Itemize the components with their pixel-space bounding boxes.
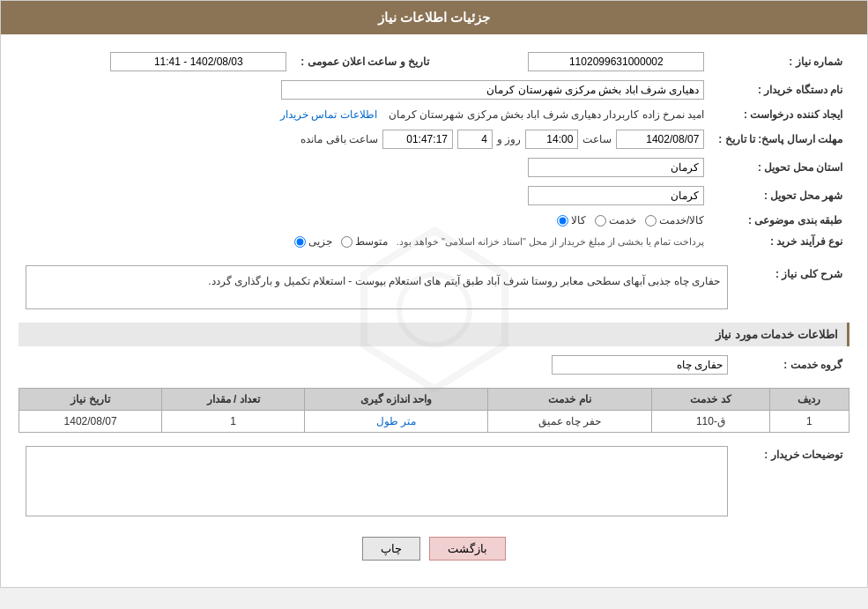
province-label: استان محل تحویل : <box>711 153 849 182</box>
need-number-input[interactable] <box>528 52 704 71</box>
col-row: ردیف <box>769 389 849 411</box>
cell-row: 1 <box>769 411 849 433</box>
remaining-label: ساعت باقی مانده <box>300 133 378 145</box>
description-label: شرح کلی نیاز : <box>735 261 849 314</box>
back-button[interactable]: بازگشت <box>429 537 506 561</box>
announce-input[interactable] <box>110 52 286 71</box>
radio-jozi[interactable]: جزیی <box>294 235 332 248</box>
content-area: شماره نیاز : تاریخ و ساعت اعلان عمومی : … <box>1 34 867 587</box>
time-label: ساعت <box>582 133 612 145</box>
response-date-label: مهلت ارسال پاسخ: تا تاریخ : <box>711 125 849 153</box>
process-note: پرداخت تمام یا بخشی از مبلغ خریدار از مح… <box>397 236 705 248</box>
buyer-notes-table: توضیحات خریدار : <box>19 442 849 524</box>
category-label: طبقه بندی موضوعی : <box>711 210 849 231</box>
radio-kala-khedmat[interactable]: کالا/خدمت <box>645 214 704 227</box>
service-group-label: گروه خدمت : <box>735 351 849 379</box>
radio-khedmat[interactable]: خدمت <box>595 214 636 227</box>
description-box: حفاری چاه جذبی آبهای سطحی معابر روستا شر… <box>26 265 728 309</box>
province-input[interactable] <box>528 158 704 177</box>
description-table: شرح کلی نیاز : حفاری چاه جذبی آبهای سطحی… <box>19 261 849 314</box>
col-unit: واحد اندازه گیری <box>305 389 488 411</box>
radio-kala[interactable]: کالا <box>557 214 586 227</box>
announce-value <box>19 48 293 76</box>
response-date-input[interactable] <box>616 130 704 149</box>
creator-text: امید نمرخ زاده کاربردار دهیاری شرف اباد … <box>389 108 704 121</box>
process-label: نوع فرآیند خرید : <box>711 231 849 252</box>
announce-label: تاریخ و ساعت اعلان عمومی : <box>293 48 436 76</box>
response-time-input[interactable] <box>525 130 578 149</box>
buyer-notes-label: توضیحات خریدار : <box>735 442 849 524</box>
creator-label: ایجاد کننده درخواست : <box>711 104 849 125</box>
city-input[interactable] <box>528 186 704 205</box>
buyer-org-label: نام دستگاه خریدار : <box>711 76 849 104</box>
page-title: جزئیات اطلاعات نیاز <box>378 10 490 25</box>
col-code: کد خدمت <box>652 389 769 411</box>
col-date: تاریخ نیاز <box>19 389 162 411</box>
radio-mutavset[interactable]: متوسط <box>341 235 388 248</box>
days-label: روز و <box>497 133 521 145</box>
buyer-org-input[interactable] <box>281 80 704 100</box>
page-header: جزئیات اطلاعات نیاز <box>1 1 867 34</box>
buttons-row: بازگشت چاپ <box>19 537 849 561</box>
cell-code: ق-110 <box>652 411 769 433</box>
cell-name: حفر چاه عمیق <box>487 411 652 433</box>
buyer-notes-value <box>19 442 735 524</box>
info-table: شماره نیاز : تاریخ و ساعت اعلان عمومی : … <box>19 48 849 252</box>
process-options: پرداخت تمام یا بخشی از مبلغ خریدار از مح… <box>19 231 711 252</box>
service-group-value <box>19 351 735 379</box>
need-number-value <box>436 48 711 76</box>
need-number-label: شماره نیاز : <box>711 48 849 76</box>
description-value: حفاری چاه جذبی آبهای سطحی معابر روستا شر… <box>19 261 735 314</box>
service-group-table: گروه خدمت : <box>19 351 849 379</box>
cell-date: 1402/08/07 <box>19 411 162 433</box>
response-date-row: ساعت روز و ساعت باقی مانده <box>19 125 711 153</box>
print-button[interactable]: چاپ <box>362 537 420 561</box>
service-group-input[interactable] <box>552 355 728 375</box>
contact-link[interactable]: اطلاعات تماس خریدار <box>280 108 377 121</box>
services-table: ردیف کد خدمت نام خدمت واحد اندازه گیری ت… <box>19 388 849 433</box>
buyer-org-value <box>19 76 711 104</box>
city-label: شهر محل تحویل : <box>711 182 849 210</box>
response-days-input[interactable] <box>457 130 493 149</box>
province-value <box>19 153 711 182</box>
city-value <box>19 182 711 210</box>
table-row: 1 ق-110 حفر چاه عمیق متر طول 1 1402/08/0… <box>19 411 849 433</box>
response-remaining-input[interactable] <box>382 130 453 149</box>
creator-value: امید نمرخ زاده کاربردار دهیاری شرف اباد … <box>19 104 711 125</box>
col-qty: تعداد / مقدار <box>162 389 305 411</box>
cell-unit[interactable]: متر طول <box>305 411 488 433</box>
services-section-header: اطلاعات خدمات مورد نیاز <box>19 323 849 346</box>
category-options: کالا/خدمت خدمت کالا <box>19 210 711 231</box>
buyer-notes-textarea[interactable] <box>26 446 728 516</box>
cell-qty: 1 <box>162 411 305 433</box>
col-name: نام خدمت <box>487 389 652 411</box>
page-container: جزئیات اطلاعات نیاز شماره نیاز : تاریخ و… <box>0 0 868 588</box>
